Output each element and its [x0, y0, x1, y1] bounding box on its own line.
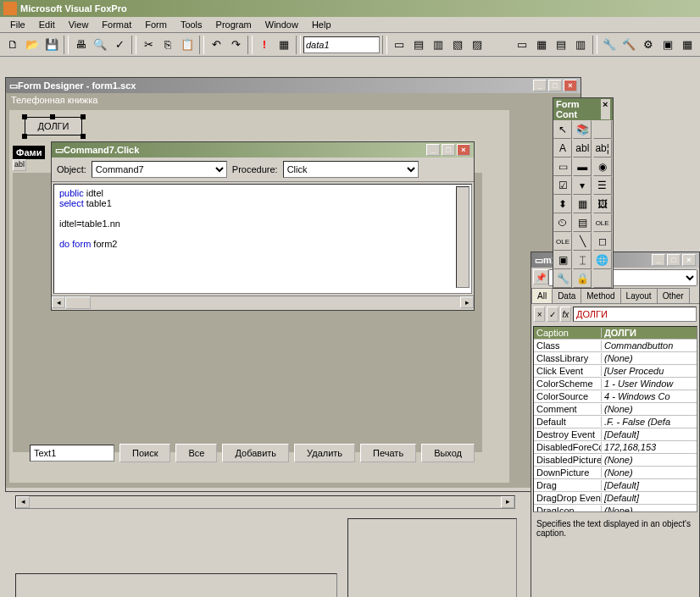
tb9-icon[interactable]: ▦ [678, 36, 697, 54]
menu-edit[interactable]: Edit [32, 18, 62, 31]
prop-row[interactable]: DisabledForeCo172,168,153 [534, 441, 697, 454]
tab-layout[interactable]: Layout [620, 288, 658, 303]
prop-row[interactable]: ColorSource4 - Windows Co [534, 390, 697, 403]
code-editor[interactable]: public idtel select table1 idtel=table1.… [53, 184, 472, 294]
tb5-icon[interactable]: 🔧 [600, 36, 619, 54]
spinner-tool-icon[interactable]: ⬍ [553, 195, 572, 213]
copy-icon[interactable]: ⎘ [158, 36, 177, 54]
dolgi-button[interactable]: ДОЛГИ [25, 117, 82, 135]
library-icon[interactable]: 📚 [573, 120, 592, 139]
exit-button[interactable]: Выход [421, 444, 475, 462]
menu-program[interactable]: Program [209, 18, 258, 31]
menu-window[interactable]: Window [258, 18, 305, 31]
bottom-hscroll[interactable]: ◂ ▸ [15, 495, 515, 509]
editbox-tool-icon[interactable]: ab¦ [593, 139, 612, 158]
button-tool-icon[interactable]: ▭ [553, 158, 572, 176]
autoform-icon[interactable]: ▤ [409, 36, 428, 54]
prop-row[interactable]: Destroy Event[Default] [534, 428, 697, 441]
close-button[interactable]: × [564, 80, 577, 91]
form-icon[interactable]: ▭ [390, 36, 408, 54]
tab-other[interactable]: Other [657, 288, 690, 303]
grid-tool-icon[interactable]: ▦ [573, 195, 592, 213]
prop-row[interactable]: Comment(None) [534, 403, 697, 416]
oleboundcontrol-tool-icon[interactable]: OLE [553, 232, 572, 251]
prop-value-input[interactable] [573, 307, 697, 322]
separator-tool-icon[interactable]: ⌶ [573, 251, 592, 269]
tab-methods[interactable]: Method [581, 288, 620, 303]
shape-tool-icon[interactable]: ◻ [593, 232, 612, 251]
blank2-icon[interactable] [593, 269, 612, 288]
prop-row[interactable]: DragDrop Even[Default] [534, 492, 697, 505]
print-icon[interactable]: 🖶 [71, 36, 90, 54]
buttonlock-icon[interactable]: 🔒 [573, 269, 592, 288]
save-icon[interactable]: 💾 [42, 36, 61, 54]
menu-file[interactable]: File [3, 18, 32, 31]
tab-data[interactable]: Data [552, 288, 581, 303]
modify-icon[interactable]: ▦ [275, 36, 293, 54]
database-combo[interactable] [303, 36, 380, 53]
prop-row[interactable]: Drag[Default] [534, 479, 697, 492]
tb6-icon[interactable]: 🔨 [619, 36, 638, 54]
tb3-icon[interactable]: ▤ [552, 36, 570, 54]
object-combo[interactable]: Command7 [92, 161, 227, 178]
search-button[interactable]: Поиск [119, 444, 170, 462]
prop-accept-icon[interactable]: ✓ [547, 307, 558, 322]
delete-button[interactable]: Удалить [294, 444, 355, 462]
preview-icon[interactable]: 🔍 [91, 36, 109, 54]
tb2-icon[interactable]: ▦ [532, 36, 551, 54]
prop-row[interactable]: Default.F. - False (Defa [534, 416, 697, 428]
tb8-icon[interactable]: ▣ [658, 36, 677, 54]
tb7-icon[interactable]: ⚙ [639, 36, 658, 54]
minimize-button[interactable]: _ [533, 80, 547, 91]
redo-icon[interactable]: ↷ [226, 36, 245, 54]
prop-min-button[interactable]: _ [652, 254, 665, 266]
run-icon[interactable]: ! [255, 36, 274, 54]
open-icon[interactable]: 📂 [23, 36, 42, 54]
prop-row[interactable]: ClassCommandbutton [534, 340, 697, 352]
prop-close-button[interactable]: × [682, 254, 696, 266]
prop-row[interactable]: DragIcon(None) [534, 505, 697, 512]
tb4-icon[interactable]: ▥ [571, 36, 590, 54]
menu-form[interactable]: Form [138, 18, 174, 31]
code-close-button[interactable]: × [457, 144, 470, 156]
blank-icon[interactable] [593, 120, 612, 139]
pointer-icon[interactable]: ↖ [553, 120, 572, 139]
prop-row[interactable]: DisabledPicture(None) [534, 454, 697, 467]
new-icon[interactable]: 🗋 [3, 36, 22, 54]
combobox-tool-icon[interactable]: ▾ [573, 176, 592, 195]
menu-tools[interactable]: Tools [174, 18, 209, 31]
menu-help[interactable]: Help [305, 18, 338, 31]
prop-pushpin-icon[interactable]: 📌 [533, 269, 548, 285]
label-icon[interactable]: ▧ [448, 36, 467, 54]
line-tool-icon[interactable]: ╲ [573, 232, 592, 251]
procedure-combo[interactable]: Click [283, 161, 419, 178]
code-maximize-button[interactable]: □ [442, 144, 455, 156]
menu-format[interactable]: Format [95, 18, 138, 31]
scroll-left-icon[interactable]: ◂ [52, 296, 65, 308]
code-minimize-button[interactable]: _ [426, 144, 440, 156]
paste-icon[interactable]: 📋 [178, 36, 197, 54]
prop-row[interactable]: DownPicture(None) [534, 467, 697, 479]
optiongroup-tool-icon[interactable]: ◉ [593, 158, 612, 176]
pageframe-tool-icon[interactable]: ▤ [573, 213, 592, 232]
prop-row[interactable]: CaptionДОЛГИ [534, 327, 697, 340]
builder-lock-icon[interactable]: 🔧 [553, 269, 572, 288]
prop-row[interactable]: ColorScheme1 - User Window [534, 378, 697, 390]
hscroll-left-icon[interactable]: ◂ [16, 496, 30, 508]
menu-view[interactable]: View [62, 18, 96, 31]
tb1-icon[interactable]: ▭ [513, 36, 531, 54]
label-tool-icon[interactable]: A [553, 139, 572, 158]
abl-control[interactable]: abl [13, 159, 26, 171]
listbox-tool-icon[interactable]: ☰ [593, 176, 612, 195]
search-text-input[interactable] [30, 445, 114, 462]
scroll-right-icon[interactable]: ▸ [460, 296, 474, 308]
timer-tool-icon[interactable]: ⏲ [553, 213, 572, 232]
tab-all[interactable]: All [531, 288, 553, 303]
code-vscroll[interactable] [456, 186, 469, 288]
prop-grid[interactable]: CaptionДОЛГИClassCommandbuttonClassLibra… [533, 326, 697, 512]
palette-close-icon[interactable]: × [601, 99, 610, 119]
report-icon[interactable]: ▥ [429, 36, 447, 54]
print-button[interactable]: Печать [360, 444, 416, 462]
prop-row[interactable]: ClassLibrary(None) [534, 352, 697, 365]
prop-fx-icon[interactable]: fx [560, 307, 571, 322]
